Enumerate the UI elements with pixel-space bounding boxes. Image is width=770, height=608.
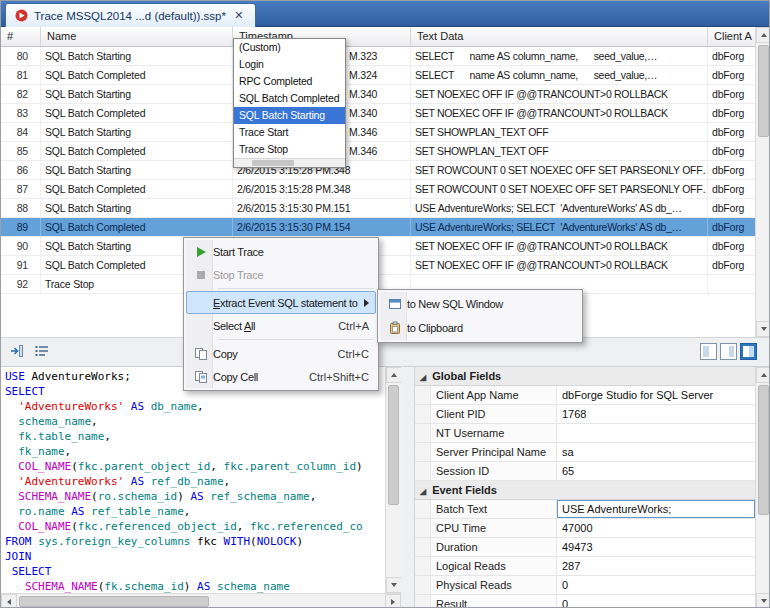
property-row[interactable]: Client App NamedbForge Studio for SQL Se… [415,386,755,405]
menu-item[interactable]: to Clipboard [380,316,580,340]
property-row[interactable]: Session ID65 [415,462,755,481]
sql-editor[interactable]: USE AdventureWorks;SELECT 'AdventureWork… [1,367,385,593]
property-value[interactable]: 65 [557,462,755,480]
property-row[interactable]: Duration49473 [415,538,755,557]
menu-item[interactable]: Stop Trace [186,263,376,286]
scroll-right-button[interactable] [385,594,401,608]
property-row[interactable]: Batch TextUSE AdventureWorks; [415,500,755,519]
property-name: Batch Text [431,500,557,518]
pane-splitter[interactable] [401,367,414,608]
menu-item[interactable]: Start Trace [186,240,376,263]
navigate-to-event-button[interactable] [6,341,28,363]
table-row[interactable]: 86SQL Batch Starting2/6/2015 3:15:28 PM.… [1,161,755,180]
filter-option[interactable]: SQL Batch Starting [234,107,345,124]
layout-split-pane-button[interactable] [720,343,737,360]
property-row[interactable]: NT Username [415,424,755,443]
column-header[interactable]: Name [41,27,233,46]
close-icon[interactable] [232,9,246,23]
scroll-down-button[interactable] [756,321,770,337]
grid-vertical-scrollbar[interactable] [755,27,770,337]
column-header[interactable]: Text Data [411,27,708,46]
menu-item[interactable]: Select AllCtrl+A [186,314,376,337]
scroll-down-button[interactable] [756,593,770,608]
property-row[interactable]: Client PID1768 [415,405,755,424]
filter-option[interactable]: Login [234,56,345,73]
property-value[interactable]: 47000 [557,519,755,537]
menu-item[interactable]: Extract Event SQL statement to [186,291,376,314]
scroll-left-button[interactable] [1,594,17,608]
row-gutter [415,500,431,518]
row-gutter [415,595,431,608]
property-value[interactable] [557,424,755,442]
scroll-up-button[interactable] [756,27,770,43]
sql-line: 'AdventureWorks' AS ref_db_name, [5,474,385,489]
table-row[interactable]: 89SQL Batch Completed2/6/2015 3:15:30 PM… [1,218,755,237]
property-row[interactable]: Logical Reads287 [415,557,755,576]
property-row[interactable]: Result0 [415,595,755,608]
row-gutter [415,557,431,575]
dropdown-scrollbar[interactable] [234,158,345,167]
menu-item-label: Stop Trace [213,269,369,281]
property-value[interactable]: USE AdventureWorks; [557,500,755,518]
event-details-button[interactable] [31,341,53,363]
filter-option[interactable]: (Custom) [234,39,345,56]
property-value[interactable]: 0 [557,595,755,608]
property-row[interactable]: Physical Reads0 [415,576,755,595]
column-header[interactable]: Client A [708,27,755,46]
table-row[interactable]: 87SQL Batch Completed2/6/2015 3:15:28 PM… [1,180,755,199]
sql-line: COL_NAME(fkc.referenced_object_id, fkc.r… [5,519,385,534]
property-value[interactable]: 49473 [557,538,755,556]
cell: dbForg [708,142,755,160]
table-row[interactable]: 83SQL Batch CompletedM.340SET NOEXEC OFF… [1,104,755,123]
sql-horizontal-scrollbar[interactable] [1,593,401,608]
property-value[interactable]: sa [557,443,755,461]
filter-option[interactable]: Trace Stop [234,141,345,158]
menu-item[interactable]: Copy CellCtrl+Shift+C [186,365,376,388]
table-row[interactable]: 82SQL Batch StartingM.340SET NOEXEC OFF … [1,85,755,104]
scrollbar-thumb[interactable] [252,160,294,166]
scrollbar-thumb[interactable] [758,385,769,515]
filter-option[interactable]: RPC Completed [234,73,345,90]
menu-item[interactable]: to New SQL Window [380,292,580,316]
scrollbar-thumb[interactable] [19,596,209,607]
scroll-up-button[interactable] [386,367,402,383]
scroll-down-button[interactable] [386,577,402,593]
table-row[interactable]: 81SQL Batch CompletedM.324SELECT name AS… [1,66,755,85]
sql-line: FROM sys.foreign_key_columns fkc WITH(NO… [5,534,385,549]
filter-option[interactable]: Trace Start [234,124,345,141]
properties-vertical-scrollbar[interactable] [755,367,770,608]
sql-line: schema_name, [5,414,385,429]
menu-separator [218,288,374,289]
property-row[interactable]: Server Principal Namesa [415,443,755,462]
property-value[interactable]: 287 [557,557,755,575]
property-group-header[interactable]: Event Fields [415,481,755,500]
property-group-header[interactable]: Global Fields [415,367,755,386]
table-row[interactable]: 85SQL Batch CompletedM.346SET SHOWPLAN_T… [1,142,755,161]
cell: SET NOEXEC OFF IF @@TRANCOUNT>0 ROLLBACK [411,85,708,103]
property-value[interactable]: 1768 [557,405,755,423]
property-value[interactable]: 0 [557,576,755,594]
filter-option[interactable]: SQL Batch Completed [234,90,345,107]
sql-vertical-scrollbar[interactable] [385,367,401,593]
property-row[interactable]: CPU Time47000 [415,519,755,538]
table-row[interactable]: 88SQL Batch Starting2/6/2015 3:15:30 PM.… [1,199,755,218]
table-row[interactable]: 80SQL Batch StartingM.323SELECT name AS … [1,47,755,66]
cell: SQL Batch Starting [41,85,233,103]
document-tab[interactable]: Trace MSSQL2014 ...d (default)).ssp* [5,3,256,27]
layout-right-pane-button[interactable] [740,343,757,360]
copy-icon [189,347,213,361]
cell: 2/6/2015 3:15:30 PM.154 [233,218,411,236]
property-value[interactable]: dbForge Studio for SQL Server [557,386,755,404]
property-name: Client App Name [431,386,557,404]
menu-item[interactable]: CopyCtrl+C [186,342,376,365]
cell: SELECT name AS column_name, seed_value,… [411,47,708,65]
sql-line: 'AdventureWorks' AS db_name, [5,399,385,414]
scrollbar-thumb[interactable] [758,45,769,137]
layout-left-pane-button[interactable] [700,343,717,360]
event-details-icon [34,343,50,362]
column-header[interactable]: # [1,27,41,46]
scroll-up-button[interactable] [756,367,770,383]
table-row[interactable]: 84SQL Batch StartingM.346SET SHOWPLAN_TE… [1,123,755,142]
scrollbar-thumb[interactable] [388,385,399,505]
property-name: Duration [431,538,557,556]
